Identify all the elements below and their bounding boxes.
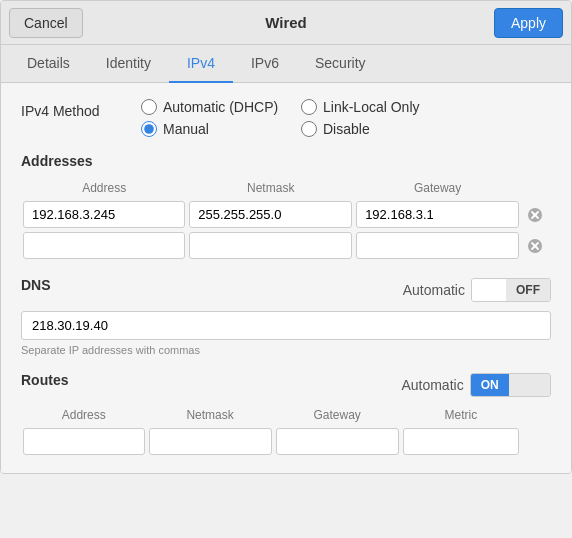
dns-hint: Separate IP addresses with commas [21, 344, 551, 356]
routes-col-gateway: Gateway [274, 406, 401, 426]
routes-col-netmask: Netmask [147, 406, 274, 426]
tab-ipv4[interactable]: IPv4 [169, 45, 233, 83]
radio-disable-label: Disable [323, 121, 370, 137]
dns-section: DNS Automatic OFF Separate IP addresses … [21, 277, 551, 356]
routes-toggle-on-button[interactable]: ON [471, 374, 509, 396]
addresses-label: Addresses [21, 153, 551, 169]
content-area: IPv4 Method Automatic (DHCP) Link-Local … [1, 83, 571, 473]
tab-ipv6[interactable]: IPv6 [233, 45, 297, 83]
addresses-table: Address Netmask Gateway [21, 179, 551, 261]
gateway-input-2[interactable] [356, 232, 519, 259]
routes-col-metric: Metric [401, 406, 521, 426]
radio-link-local[interactable] [301, 99, 317, 115]
netmask-input-1[interactable] [189, 201, 352, 228]
routes-gateway-input-1[interactable] [276, 428, 399, 455]
routes-section: Routes Automatic ON Address Netmask Gate… [21, 372, 551, 457]
apply-button[interactable]: Apply [494, 8, 563, 38]
dns-header: DNS Automatic OFF [21, 277, 551, 303]
method-disable[interactable]: Disable [301, 121, 461, 137]
close-icon [527, 207, 543, 223]
radio-automatic[interactable] [141, 99, 157, 115]
dns-toggle-group: Automatic OFF [403, 278, 551, 302]
close-icon [527, 238, 543, 254]
tab-security[interactable]: Security [297, 45, 384, 83]
gateway-input-1[interactable] [356, 201, 519, 228]
radio-automatic-label: Automatic (DHCP) [163, 99, 278, 115]
address-input-1[interactable] [23, 201, 185, 228]
address-row-2 [21, 230, 551, 261]
method-automatic[interactable]: Automatic (DHCP) [141, 99, 301, 115]
main-window: Cancel Wired Apply Details Identity IPv4… [0, 0, 572, 474]
col-address: Address [21, 179, 187, 199]
dns-toggle: OFF [471, 278, 551, 302]
routes-toggle-off-button[interactable] [509, 374, 550, 396]
addresses-section: Addresses Address Netmask Gateway [21, 153, 551, 261]
dns-input[interactable] [21, 311, 551, 340]
routes-toggle-group: Automatic ON [401, 373, 551, 397]
routes-header: Routes Automatic ON [21, 372, 551, 398]
routes-row-1 [21, 426, 551, 457]
routes-automatic-label: Automatic [401, 377, 463, 393]
dns-label: DNS [21, 277, 51, 293]
method-link-local[interactable]: Link-Local Only [301, 99, 461, 115]
titlebar-left: Cancel [9, 8, 83, 38]
col-netmask: Netmask [187, 179, 354, 199]
address-row-1 [21, 199, 551, 230]
radio-manual[interactable] [141, 121, 157, 137]
radio-disable[interactable] [301, 121, 317, 137]
routes-table: Address Netmask Gateway Metric [21, 406, 551, 457]
tab-details[interactable]: Details [9, 45, 88, 83]
ipv4-method-section: IPv4 Method Automatic (DHCP) Link-Local … [21, 99, 551, 137]
dns-toggle-off-button[interactable]: OFF [506, 279, 550, 301]
radio-link-local-label: Link-Local Only [323, 99, 420, 115]
method-label: IPv4 Method [21, 99, 141, 119]
dns-toggle-on-button[interactable] [472, 279, 506, 301]
radio-manual-label: Manual [163, 121, 209, 137]
netmask-input-2[interactable] [189, 232, 352, 259]
routes-label: Routes [21, 372, 68, 388]
routes-address-input-1[interactable] [23, 428, 145, 455]
routes-netmask-input-1[interactable] [149, 428, 272, 455]
cancel-button[interactable]: Cancel [9, 8, 83, 38]
titlebar: Cancel Wired Apply [1, 1, 571, 45]
method-manual[interactable]: Manual [141, 121, 301, 137]
titlebar-right: Apply [494, 8, 563, 38]
window-title: Wired [265, 14, 307, 31]
routes-col-address: Address [21, 406, 147, 426]
dns-automatic-label: Automatic [403, 282, 465, 298]
routes-toggle: ON [470, 373, 551, 397]
delete-row-1-button[interactable] [523, 205, 547, 225]
tab-identity[interactable]: Identity [88, 45, 169, 83]
routes-metric-input-1[interactable] [403, 428, 519, 455]
tabs-bar: Details Identity IPv4 IPv6 Security [1, 45, 571, 83]
method-options: Automatic (DHCP) Link-Local Only Manual … [141, 99, 461, 137]
col-gateway: Gateway [354, 179, 521, 199]
delete-row-2-button[interactable] [523, 236, 547, 256]
address-input-2[interactable] [23, 232, 185, 259]
